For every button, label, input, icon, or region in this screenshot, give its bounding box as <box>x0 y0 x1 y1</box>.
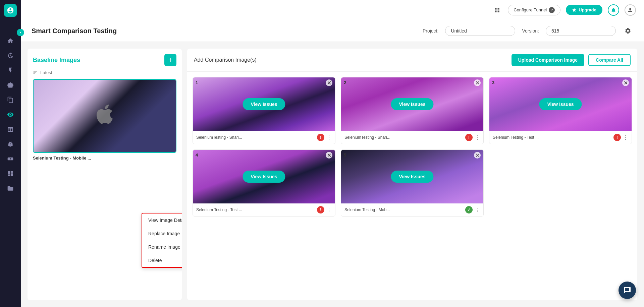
card-number: 5 <box>344 152 346 158</box>
card-error-badge: ! <box>465 134 473 141</box>
comparison-card: 1 ✕ View Issues SeleniumTesting - Shari.… <box>193 77 335 144</box>
configure-tunnel-label: Configure Tunnel <box>514 7 547 12</box>
sidebar-item-integrations[interactable] <box>4 153 16 165</box>
comparison-panel: Add Comparison Image(s) Upload Compariso… <box>187 49 637 300</box>
card-number: 4 <box>196 152 198 158</box>
comparison-card-image: 4 ✕ View Issues <box>193 150 335 203</box>
card-close-button[interactable]: ✕ <box>474 152 481 159</box>
comparison-card: 5 ✕ View Issues Selenium Testing - Mob..… <box>341 149 484 217</box>
comparison-card: 2 ✕ View Issues SeleniumTesting - Shari.… <box>341 77 484 144</box>
view-issues-button[interactable]: View Issues <box>391 98 433 110</box>
card-name: Selenium Testing - Test ... <box>493 135 613 140</box>
page-header: Smart Comparison Testing Project: Versio… <box>21 20 644 42</box>
topnav: Configure Tunnel ? Upgrade <box>21 0 644 20</box>
card-more-button[interactable]: ⋮ <box>475 207 480 213</box>
card-more-button[interactable]: ⋮ <box>326 134 332 141</box>
page-header-right: Project: Version: <box>423 25 633 36</box>
project-input[interactable] <box>445 26 515 36</box>
comparison-card-image: 2 ✕ View Issues <box>341 77 483 131</box>
card-number: 3 <box>492 80 494 85</box>
sidebar-item-history[interactable] <box>4 50 16 62</box>
context-menu-replace-image[interactable]: Replace Image <box>142 227 182 240</box>
context-menu-view-image-details[interactable]: View Image Details <box>142 213 182 227</box>
comparison-card-footer: SeleniumTesting - Shari... ! ⋮ <box>341 131 483 144</box>
help-icon: ? <box>549 7 555 13</box>
grid-view-icon[interactable] <box>492 5 502 15</box>
user-avatar[interactable] <box>625 4 636 16</box>
card-error-badge: ! <box>613 134 621 141</box>
comparison-card: 3 ✕ View Issues Selenium Testing - Test … <box>489 77 632 144</box>
comparison-card-image: 5 ✕ View Issues <box>341 150 483 203</box>
card-more-button[interactable]: ⋮ <box>475 134 480 141</box>
baseline-add-button[interactable]: + <box>164 54 176 66</box>
card-close-button[interactable]: ✕ <box>326 79 332 86</box>
main-wrapper: Configure Tunnel ? Upgrade Smart Compari… <box>21 0 644 307</box>
chat-bubble[interactable] <box>619 282 636 299</box>
card-close-button[interactable]: ✕ <box>622 79 629 86</box>
sidebar-arrow[interactable] <box>17 29 24 36</box>
comparison-header: Add Comparison Image(s) Upload Compariso… <box>187 49 637 72</box>
view-issues-button[interactable]: View Issues <box>243 98 285 110</box>
view-issues-button[interactable]: View Issues <box>539 98 582 110</box>
baseline-thumbnail <box>33 79 176 153</box>
sidebar-item-dashboard[interactable] <box>4 168 16 180</box>
sidebar-item-live[interactable] <box>4 64 16 76</box>
version-input[interactable] <box>546 26 616 36</box>
context-menu-delete[interactable]: Delete <box>142 254 182 267</box>
comparison-card: 4 ✕ View Issues Selenium Testing - Test … <box>193 149 335 217</box>
comparison-title: Add Comparison Image(s) <box>194 57 257 63</box>
comparison-grid: 1 ✕ View Issues SeleniumTesting - Shari.… <box>187 72 637 300</box>
notifications-bell[interactable] <box>608 4 619 16</box>
card-more-button[interactable]: ⋮ <box>623 134 628 141</box>
sidebar-item-bugs[interactable] <box>4 138 16 150</box>
comparison-actions: Upload Comparison Image Compare All <box>512 54 631 66</box>
sidebar-item-smart-testing[interactable] <box>4 109 16 121</box>
upload-comparison-image-button[interactable]: Upload Comparison Image <box>512 54 584 66</box>
view-issues-button[interactable]: View Issues <box>391 171 433 183</box>
card-error-badge: ✓ <box>465 206 473 213</box>
context-menu: View Image Details Replace Image Rename … <box>142 213 182 268</box>
content-area: Baseline Images + Latest <box>21 42 644 307</box>
settings-icon[interactable] <box>623 25 633 36</box>
comparison-card-footer: SeleniumTesting - Shari... ! ⋮ <box>193 131 335 144</box>
context-menu-rename-image[interactable]: Rename Image <box>142 240 182 254</box>
version-label: Version: <box>522 28 539 34</box>
sidebar-item-reports[interactable] <box>4 94 16 106</box>
card-name: Selenium Testing - Mob... <box>344 207 465 212</box>
baseline-header: Baseline Images + <box>28 49 182 69</box>
comparison-card-image: 1 ✕ View Issues <box>193 77 335 131</box>
sidebar-item-home[interactable] <box>4 35 16 47</box>
baseline-image-name: Selenium Testing - Mobile ... <box>33 153 176 163</box>
card-name: SeleniumTesting - Shari... <box>344 135 465 140</box>
page-title: Smart Comparison Testing <box>32 27 117 35</box>
configure-tunnel-button[interactable]: Configure Tunnel ? <box>508 5 560 15</box>
app-logo[interactable] <box>4 4 17 17</box>
project-label: Project: <box>423 28 438 34</box>
view-issues-button[interactable]: View Issues <box>243 171 285 183</box>
compare-all-button[interactable]: Compare All <box>588 54 631 66</box>
card-number: 1 <box>196 80 198 85</box>
card-close-button[interactable]: ✕ <box>474 79 481 86</box>
baseline-title: Baseline Images <box>33 57 80 64</box>
card-error-badge: ! <box>317 134 324 141</box>
card-error-badge: ! <box>317 206 324 213</box>
sidebar-item-folder[interactable] <box>4 182 16 194</box>
sidebar-item-app-testing[interactable] <box>4 123 16 135</box>
sidebar <box>0 0 21 307</box>
card-name: Selenium Testing - Test ... <box>196 207 317 212</box>
comparison-card-image: 3 ✕ View Issues <box>489 77 632 131</box>
comparison-card-footer: Selenium Testing - Test ... ! ⋮ <box>193 203 335 216</box>
baseline-panel: Baseline Images + Latest <box>28 49 182 300</box>
upgrade-button[interactable]: Upgrade <box>566 5 602 15</box>
card-more-button[interactable]: ⋮ <box>326 207 332 213</box>
card-name: SeleniumTesting - Shari... <box>196 135 317 140</box>
comparison-card-footer: Selenium Testing - Test ... ! ⋮ <box>489 131 632 144</box>
sidebar-item-automation[interactable] <box>4 79 16 91</box>
comparison-card-footer: Selenium Testing - Mob... ✓ ⋮ <box>341 203 483 216</box>
page-content: Smart Comparison Testing Project: Versio… <box>21 20 644 307</box>
card-number: 2 <box>344 80 346 85</box>
baseline-filter: Latest <box>28 69 182 79</box>
card-close-button[interactable]: ✕ <box>326 152 332 159</box>
